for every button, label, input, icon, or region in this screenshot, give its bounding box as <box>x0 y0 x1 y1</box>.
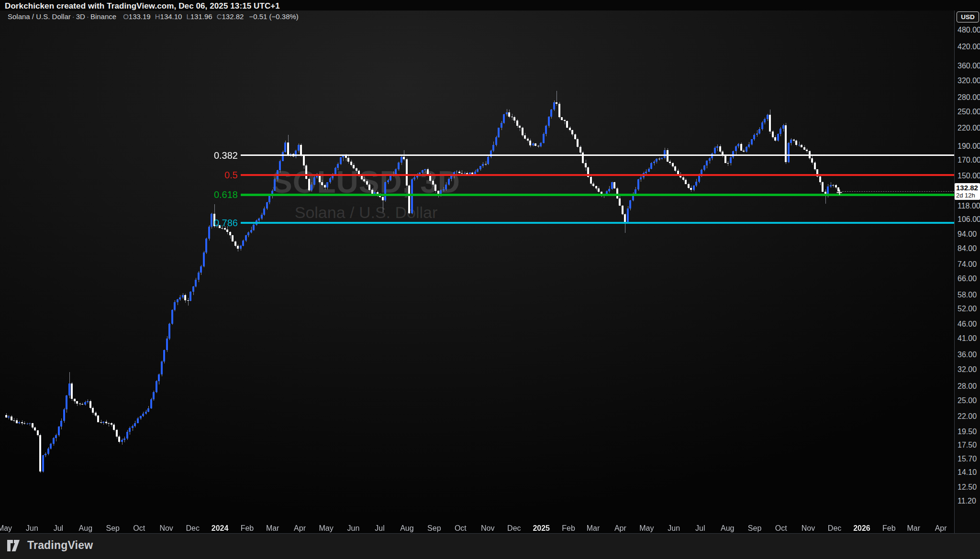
price-tick: 480.00 <box>958 26 980 34</box>
price-tick: 12.50 <box>958 483 977 492</box>
time-tick-month: May <box>0 524 12 533</box>
time-tick-month: Feb <box>562 524 575 533</box>
attribution-text: Dorkchicken created with TradingView.com… <box>5 1 280 11</box>
currency-usd-button[interactable]: USD <box>957 11 979 22</box>
price-tick: 41.00 <box>958 334 977 343</box>
time-tick-month: May <box>319 524 333 533</box>
time-tick-month: Jul <box>54 524 63 533</box>
price-tick: 17.50 <box>958 441 977 449</box>
tradingview-logo-text: TradingView <box>27 539 93 552</box>
fib-label-0786: 0.786 <box>195 217 238 228</box>
time-tick-month: Nov <box>481 524 494 533</box>
price-tick: 19.50 <box>958 427 977 436</box>
time-tick-month: Oct <box>133 524 145 533</box>
time-tick-month: Aug <box>400 524 413 533</box>
time-tick-year: 2026 <box>853 524 870 533</box>
time-tick-month: Oct <box>775 524 787 533</box>
time-tick-month: Feb <box>241 524 254 533</box>
time-tick-month: May <box>639 524 654 533</box>
price-tick: 22.00 <box>958 412 977 421</box>
time-tick-month: Apr <box>614 524 626 533</box>
candlestick-chart[interactable] <box>0 11 954 533</box>
time-tick-month: Sep <box>748 524 761 533</box>
price-tick: 11.20 <box>958 497 976 505</box>
time-tick-month: Jun <box>347 524 360 533</box>
price-tick: 420.00 <box>958 43 980 51</box>
price-tick: 250.00 <box>958 108 980 116</box>
price-tick: 36.00 <box>958 351 977 359</box>
fib-label-0382: 0.382 <box>195 150 238 161</box>
time-tick-month: Jun <box>668 524 680 533</box>
time-tick-month: Jun <box>26 524 38 533</box>
time-tick-month: Jul <box>375 524 384 533</box>
time-tick-month: Feb <box>882 524 896 533</box>
price-tick: 280.00 <box>958 93 980 102</box>
price-tick: 46.00 <box>958 320 977 329</box>
fib-label-0618: 0.618 <box>195 189 238 200</box>
time-tick-month: Nov <box>159 524 173 533</box>
price-tick: 52.00 <box>958 305 977 313</box>
price-tick: 84.00 <box>958 244 977 253</box>
time-tick-month: Aug <box>721 524 734 533</box>
tradingview-logo[interactable]: TradingView <box>7 539 93 552</box>
time-tick-month: Mar <box>587 524 600 533</box>
price-tick: 220.00 <box>958 124 980 132</box>
last-price-plus-marker <box>837 190 842 195</box>
last-price-value: 132.82 <box>956 184 980 192</box>
tradingview-chart-window: Dorkchicken created with TradingView.com… <box>0 0 980 559</box>
time-tick-month: Nov <box>802 524 815 533</box>
price-tick: 94.00 <box>958 230 977 239</box>
time-tick-month: Apr <box>935 524 947 533</box>
fib-line-05[interactable] <box>241 174 954 176</box>
price-tick: 58.00 <box>958 291 977 299</box>
price-tick: 106.00 <box>958 215 980 224</box>
fib-label-05: 0.5 <box>195 170 238 181</box>
time-tick-month: Mar <box>907 524 920 533</box>
bottom-toolbar <box>0 534 980 559</box>
time-tick-month: Apr <box>294 524 306 533</box>
time-tick-month: Mar <box>266 524 279 533</box>
time-tick-month: Oct <box>455 524 467 533</box>
price-tick: 150.00 <box>958 172 980 180</box>
price-tick: 170.00 <box>958 156 980 164</box>
time-tick-month: Dec <box>507 524 521 533</box>
price-tick: 118.00 <box>958 202 980 210</box>
time-tick-month: Sep <box>427 524 441 533</box>
price-tick: 32.00 <box>958 365 977 374</box>
time-tick-month: Jul <box>695 524 705 533</box>
time-tick-year: 2024 <box>212 524 229 533</box>
time-tick-year: 2025 <box>533 524 550 533</box>
price-tick: 25.00 <box>958 396 977 405</box>
price-tick: 320.00 <box>958 77 980 85</box>
time-tick-month: Aug <box>79 524 92 533</box>
price-tick: 190.00 <box>958 142 980 151</box>
price-tick: 28.00 <box>958 382 977 391</box>
last-price-line <box>842 191 954 192</box>
fib-line-0382[interactable] <box>241 154 954 156</box>
time-tick-month: Dec <box>828 524 841 533</box>
time-tick-month: Sep <box>106 524 119 533</box>
price-tick: 74.00 <box>958 260 977 269</box>
time-tick-month: Dec <box>186 524 199 533</box>
fib-line-0618[interactable] <box>241 194 954 196</box>
price-tick: 360.00 <box>958 62 980 70</box>
price-tick: 66.00 <box>958 274 977 283</box>
fib-line-0786[interactable] <box>241 222 954 224</box>
bar-countdown: 2d 12h <box>956 192 980 199</box>
price-tick: 14.10 <box>958 468 977 477</box>
last-price-label: 132.82 2d 12h <box>955 183 980 200</box>
tradingview-logo-icon <box>7 539 23 552</box>
price-tick: 15.70 <box>958 455 977 463</box>
